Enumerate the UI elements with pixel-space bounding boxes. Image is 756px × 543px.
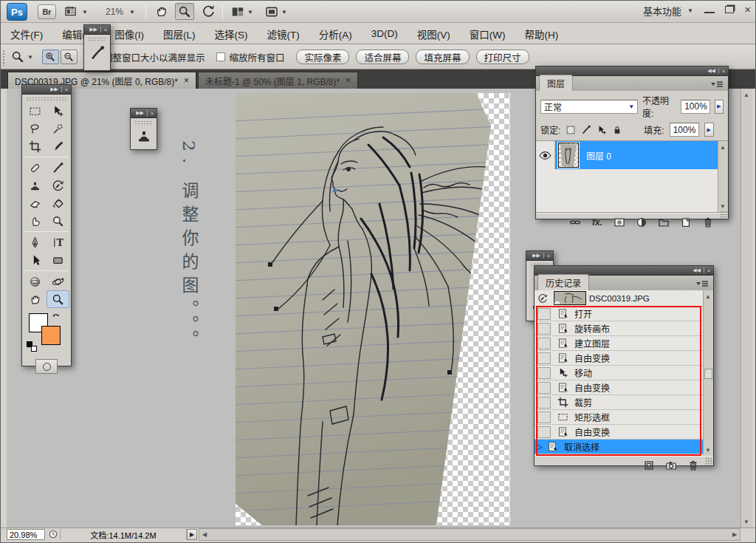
layer-thumbnail[interactable] xyxy=(558,143,579,168)
history-source-checkbox[interactable] xyxy=(537,426,551,438)
actual-pixels-button[interactable]: 实际像素 xyxy=(296,49,349,64)
scroll-left-icon[interactable]: ◀ xyxy=(199,529,210,539)
tool-history-brush[interactable] xyxy=(47,177,69,194)
document-tab-inactive[interactable]: 未标题-1 @ 50% (图层 1, RGB/8)* × xyxy=(198,72,358,89)
history-item[interactable]: 自由变换 xyxy=(535,425,713,440)
menu-image[interactable]: 图像(I) xyxy=(105,27,154,41)
close-button[interactable]: × xyxy=(744,5,751,14)
tool-3d-orbit[interactable] xyxy=(47,273,69,290)
scroll-down-icon[interactable]: ▼ xyxy=(718,201,728,211)
new-snapshot-camera-icon[interactable] xyxy=(664,460,678,471)
palette-titlebar[interactable]: ▶▶ × xyxy=(131,109,157,118)
add-layer-mask-icon[interactable] xyxy=(613,216,626,228)
history-source-checkbox[interactable] xyxy=(537,323,551,335)
close-icon[interactable]: × xyxy=(707,268,710,273)
history-source-checkbox[interactable] xyxy=(537,411,551,423)
tab-close-icon[interactable]: × xyxy=(184,77,189,84)
new-document-from-state-icon[interactable] xyxy=(642,460,656,471)
delete-layer-icon[interactable] xyxy=(701,216,715,228)
tool-preset-dropdown-icon[interactable]: ▼ xyxy=(27,54,33,61)
print-size-button[interactable]: 打印尺寸 xyxy=(476,49,529,64)
collapse-icon[interactable]: ▶▶ xyxy=(89,27,97,33)
new-group-icon[interactable] xyxy=(657,216,670,228)
adjustment-layer-icon[interactable] xyxy=(635,216,648,228)
vertical-scrollbar[interactable]: ▲ ▼ xyxy=(740,89,752,527)
close-icon[interactable]: × xyxy=(151,111,154,116)
zoom-level-field[interactable]: 21% xyxy=(106,7,123,17)
blend-mode-select[interactable]: 正常 ▼ xyxy=(540,100,638,114)
fill-slider-button[interactable]: ▶ xyxy=(704,123,714,137)
tool-brush[interactable] xyxy=(47,159,69,177)
history-source-checkbox[interactable] xyxy=(537,367,551,379)
tool-quick-selection[interactable] xyxy=(47,120,69,137)
fill-screen-button[interactable]: 填充屏幕 xyxy=(416,49,469,64)
menu-view[interactable]: 视图(V) xyxy=(408,27,460,41)
snapshot-thumbnail[interactable] xyxy=(554,291,586,305)
brushes-panel-icon[interactable] xyxy=(84,41,110,61)
layer-name[interactable]: 图层 0 xyxy=(586,149,611,162)
history-item-selected[interactable]: ▷ 取消选择 xyxy=(535,440,713,454)
scroll-down-icon[interactable]: ▼ xyxy=(741,516,752,527)
history-item[interactable]: 自由变换 xyxy=(535,380,713,395)
tool-rectangular-marquee[interactable] xyxy=(24,102,47,120)
close-icon[interactable]: × xyxy=(547,253,550,259)
link-layers-icon[interactable] xyxy=(568,216,582,228)
arrange-documents-icon[interactable] xyxy=(231,5,244,18)
rotate-view-appbar-icon[interactable] xyxy=(202,4,216,18)
horizontal-scrollbar[interactable]: ◀ ▶ xyxy=(199,528,740,541)
history-item[interactable]: 裁剪 xyxy=(535,395,713,410)
clone-source-panel-icon[interactable] xyxy=(131,125,157,144)
tool-spot-healing[interactable] xyxy=(24,159,47,177)
scroll-down-icon[interactable]: ▼ xyxy=(703,445,713,455)
palette-titlebar[interactable]: ▶▶ × xyxy=(84,25,110,35)
layer-style-fx-icon[interactable]: fx. xyxy=(591,216,604,228)
tab-close-icon[interactable]: × xyxy=(346,77,351,84)
collapse-icon[interactable]: ▶▶ xyxy=(50,86,58,92)
layers-tab[interactable]: 图层 xyxy=(539,75,573,91)
statusbar-zoom-field[interactable]: 20.98% xyxy=(7,529,45,540)
close-icon[interactable]: × xyxy=(65,87,68,92)
zoom-all-windows-checkbox[interactable] xyxy=(216,52,225,61)
bridge-button[interactable]: Br xyxy=(38,4,56,19)
history-scrollbar[interactable]: ▲ ▼ xyxy=(703,290,713,456)
background-color-swatch[interactable] xyxy=(41,326,61,345)
menu-file[interactable]: 文件(F) xyxy=(1,27,52,41)
panel-grip[interactable] xyxy=(134,120,153,124)
scrollbar-thumb[interactable] xyxy=(704,369,712,379)
menu-3d[interactable]: 3D(D) xyxy=(362,28,408,39)
history-snapshot-row[interactable]: DSC00319.JPG xyxy=(535,290,713,307)
restore-button[interactable] xyxy=(725,6,734,13)
tool-shape[interactable] xyxy=(47,251,69,269)
menu-analysis[interactable]: 分析(A) xyxy=(309,27,362,41)
tool-crop[interactable] xyxy=(24,137,47,155)
tool-paint-bucket[interactable] xyxy=(47,194,69,212)
menu-window[interactable]: 窗口(W) xyxy=(460,27,515,41)
tool-type[interactable] xyxy=(47,233,69,251)
tool-dodge[interactable] xyxy=(47,212,69,230)
collapse-icon[interactable]: ◀◀ xyxy=(693,267,701,273)
layers-scrollbar[interactable]: ▲ ▼ xyxy=(718,141,728,212)
tool-zoom-selected[interactable] xyxy=(47,290,69,308)
scroll-up-icon[interactable]: ▲ xyxy=(718,142,728,152)
statusbar-clock-icon[interactable] xyxy=(48,529,58,539)
mini-bridge-icon[interactable] xyxy=(64,5,77,18)
menu-filter[interactable]: 滤镜(T) xyxy=(258,27,309,41)
opacity-value-field[interactable]: 100% xyxy=(681,100,710,114)
minimize-button[interactable] xyxy=(704,7,715,13)
arrange-documents-dropdown-icon[interactable]: ▼ xyxy=(247,9,253,16)
tool-move[interactable] xyxy=(47,102,69,120)
history-source-checkbox[interactable] xyxy=(537,397,551,409)
tool-path-selection[interactable] xyxy=(24,251,47,269)
lock-position-icon[interactable] xyxy=(597,125,607,135)
lock-all-icon[interactable] xyxy=(612,125,622,135)
document-canvas[interactable] xyxy=(236,93,510,525)
history-pointer-icon[interactable]: ▷ xyxy=(535,443,545,451)
delete-state-icon[interactable] xyxy=(687,460,700,471)
collapse-icon[interactable]: ◀◀ xyxy=(707,68,715,74)
tool-smudge[interactable] xyxy=(24,212,47,230)
tool-lasso[interactable] xyxy=(24,120,47,137)
history-source-checkbox[interactable] xyxy=(537,382,551,394)
history-source-checkbox[interactable] xyxy=(537,352,551,364)
history-item[interactable]: 自由变换 xyxy=(535,351,713,366)
zoom-level-dropdown-icon[interactable]: ▼ xyxy=(129,9,135,16)
